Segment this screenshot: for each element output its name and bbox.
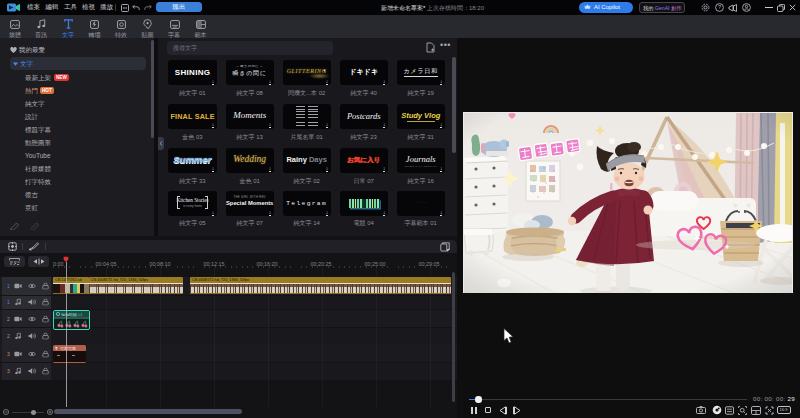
svg-text:?: ? — [717, 4, 720, 10]
